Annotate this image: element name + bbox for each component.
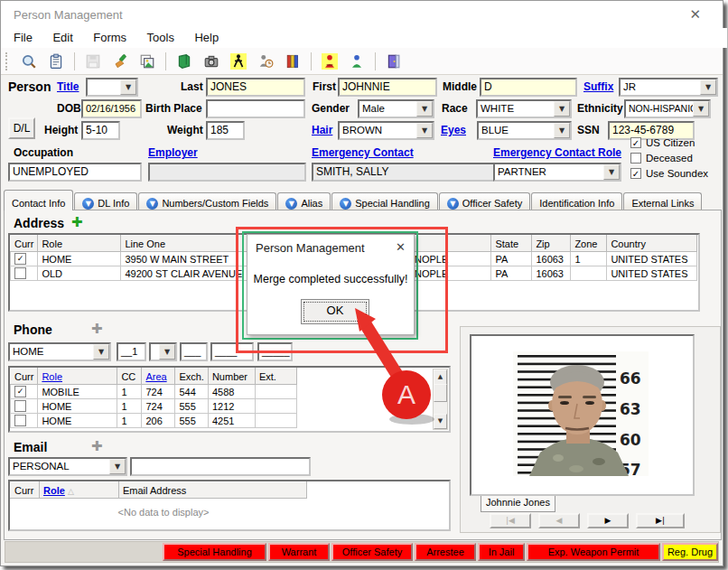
employer-field[interactable]: [148, 163, 306, 182]
chevron-down-icon[interactable]: ▼: [120, 79, 136, 95]
hair-link[interactable]: Hair: [312, 124, 332, 136]
emergency-contact-role-link[interactable]: Emergency Contact Role: [493, 146, 621, 159]
status-reg-drug-button[interactable]: Reg. Drug: [662, 543, 718, 561]
table-row[interactable]: HOME 1 724 555 1212: [11, 399, 297, 414]
phone-number-field[interactable]: ____: [210, 342, 254, 361]
birth-place-field[interactable]: [206, 99, 305, 118]
chevron-down-icon[interactable]: ▼: [693, 101, 709, 117]
chevron-down-icon[interactable]: ▼: [109, 459, 126, 474]
status-arrestee-button[interactable]: Arrestee: [415, 543, 476, 561]
chevron-down-icon[interactable]: ▼: [159, 344, 175, 360]
status-special-handling-button[interactable]: Special Handling: [163, 543, 266, 561]
first-name-field[interactable]: JOHNNIE: [338, 78, 437, 97]
dl-button[interactable]: D/L: [8, 117, 35, 139]
menu-edit[interactable]: Edit: [44, 28, 80, 44]
chevron-down-icon[interactable]: ▼: [416, 123, 433, 138]
curr-checkbox[interactable]: [14, 415, 26, 426]
phone-area-select[interactable]: ▼: [149, 342, 177, 361]
ethnicity-select[interactable]: NON-HISPANIC▼: [624, 99, 711, 118]
scroll-down-icon[interactable]: ▼: [434, 414, 447, 429]
race-select[interactable]: WHITE▼: [476, 99, 572, 118]
toolbar-grip[interactable]: [5, 52, 10, 70]
person-walking-icon[interactable]: [228, 51, 249, 72]
dialog-close-icon[interactable]: ✕: [396, 240, 406, 254]
paintbrush-icon[interactable]: [109, 51, 131, 72]
phone-exchange-field[interactable]: ___: [180, 342, 208, 361]
deceased-checkbox[interactable]: [630, 153, 641, 164]
tab-officer-safety[interactable]: ▼Officer Safety: [439, 192, 530, 210]
menu-tools[interactable]: Tools: [139, 28, 182, 44]
photo-last-button[interactable]: ▶|: [636, 513, 685, 528]
email-type-select[interactable]: PERSONAL▼: [8, 457, 127, 476]
gender-select[interactable]: Male▼: [358, 99, 434, 118]
chevron-down-icon[interactable]: ▼: [603, 164, 620, 180]
height-field[interactable]: 5-10: [81, 121, 120, 140]
chevron-down-icon[interactable]: ▼: [554, 101, 570, 117]
middle-name-field[interactable]: D: [480, 78, 577, 97]
tab-numbers-custom-fields[interactable]: ▼Numbers/Custom Fields: [138, 192, 276, 210]
tab-alias[interactable]: ▼Alias: [277, 192, 331, 210]
menu-forms[interactable]: Forms: [85, 28, 135, 44]
email-address-input[interactable]: [130, 457, 311, 476]
camera-icon[interactable]: [201, 51, 222, 72]
add-address-icon[interactable]: ✚: [71, 214, 83, 230]
chevron-down-icon[interactable]: ▼: [93, 344, 109, 360]
curr-checkbox[interactable]: ✓: [14, 386, 26, 397]
emergency-contact-link[interactable]: Emergency Contact: [312, 146, 414, 159]
person-red-alert-icon[interactable]: [319, 51, 341, 72]
copy-image-icon[interactable]: [136, 51, 158, 72]
curr-checkbox[interactable]: ✓: [14, 253, 26, 265]
employer-link[interactable]: Employer: [148, 146, 198, 159]
title-link[interactable]: Title: [57, 80, 79, 93]
hair-select[interactable]: BROWN▼: [338, 121, 434, 140]
curr-checkbox[interactable]: [14, 267, 26, 279]
tab-dl-info[interactable]: ▼DL Info: [74, 192, 137, 210]
photo-first-button[interactable]: |◀: [490, 513, 531, 528]
add-email-icon[interactable]: ✚: [91, 438, 103, 454]
last-name-field[interactable]: JONES: [206, 78, 305, 97]
photo-next-button[interactable]: ▶: [587, 513, 629, 528]
eyes-link[interactable]: Eyes: [441, 124, 466, 136]
suffix-select[interactable]: JR▼: [619, 78, 718, 97]
tab-special-handling[interactable]: ▼Special Handling: [331, 192, 438, 210]
us-citizen-checkbox[interactable]: ✓: [630, 137, 641, 148]
chevron-down-icon[interactable]: ▼: [554, 123, 570, 138]
chevron-down-icon[interactable]: ▼: [700, 79, 716, 95]
emergency-contact-role-select[interactable]: PARTNER▼: [493, 163, 621, 182]
status-warrant-button[interactable]: Warrant: [268, 543, 330, 561]
exit-door-icon[interactable]: [383, 51, 405, 72]
person-add-icon[interactable]: [346, 51, 368, 72]
person-history-icon[interactable]: [255, 51, 276, 72]
scroll-thumb[interactable]: [434, 384, 447, 402]
save-icon[interactable]: [82, 51, 104, 72]
books-icon[interactable]: [282, 51, 303, 72]
search-icon[interactable]: [18, 51, 40, 72]
suffix-link[interactable]: Suffix: [583, 80, 613, 93]
phone-cc-field[interactable]: __1: [117, 342, 146, 361]
photo-caption-tab[interactable]: Johnnie Jones: [481, 496, 555, 512]
tab-external-links[interactable]: External Links: [623, 192, 702, 210]
table-row[interactable]: ✓ MOBILE 1 724 544 4588: [11, 385, 297, 399]
title-select[interactable]: ▼: [86, 78, 138, 97]
eyes-select[interactable]: BLUE▼: [477, 121, 572, 140]
menu-help[interactable]: Help: [186, 28, 227, 44]
dialog-ok-button[interactable]: OK: [301, 299, 369, 324]
status-exp-weapon-permit-button[interactable]: Exp. Weapon Permit: [527, 543, 660, 561]
table-row[interactable]: HOME 1 206 555 4251: [11, 414, 297, 428]
add-phone-icon[interactable]: ✚: [91, 321, 103, 337]
tab-contact-info[interactable]: Contact Info: [4, 190, 73, 210]
sort-area-link[interactable]: Area: [142, 369, 175, 385]
weight-field[interactable]: 185: [206, 121, 245, 140]
scroll-up-icon[interactable]: ▲: [434, 369, 447, 385]
status-officer-safety-button[interactable]: Officer Safety: [331, 543, 413, 561]
photo-previous-button[interactable]: ◀: [538, 513, 580, 528]
menu-file[interactable]: File: [5, 28, 41, 44]
sort-role-link[interactable]: Role: [38, 369, 117, 385]
chevron-down-icon[interactable]: ▼: [416, 101, 433, 117]
window-close-icon[interactable]: ✕: [689, 6, 701, 23]
clipboard-icon[interactable]: [45, 51, 67, 72]
status-in-jail-button[interactable]: In Jail: [478, 543, 525, 561]
dob-field[interactable]: 02/16/1956: [81, 99, 142, 118]
use-soundex-checkbox[interactable]: ✓: [630, 168, 641, 179]
tab-identification-info[interactable]: Identification Info: [531, 192, 622, 210]
